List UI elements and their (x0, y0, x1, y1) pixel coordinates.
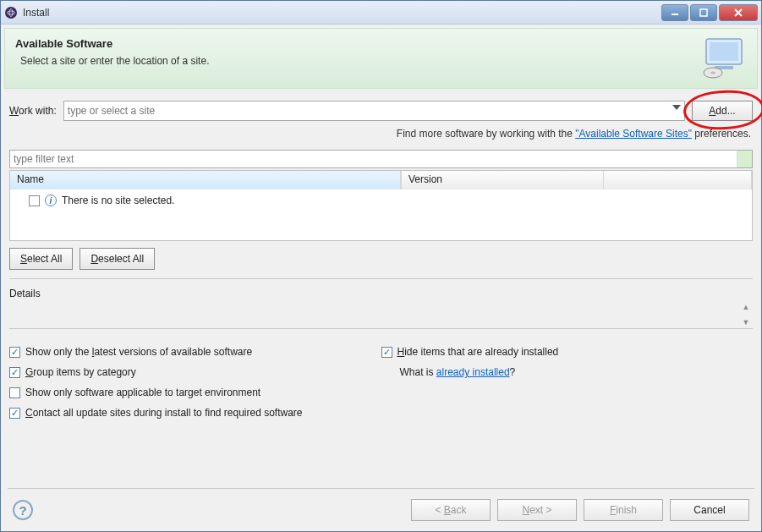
finish-button[interactable]: Finish (584, 499, 663, 521)
checkbox-icon[interactable] (9, 387, 20, 398)
select-all-button[interactable]: Select All (9, 248, 73, 270)
add-button[interactable]: Add... (692, 101, 753, 121)
software-table: Name Version i There is no site selected… (9, 170, 753, 241)
checkbox-icon[interactable] (9, 367, 20, 378)
install-dialog: Install Available Software Select a site… (0, 0, 762, 532)
info-icon: i (45, 195, 57, 206)
filter-endcap (737, 151, 752, 167)
option-hide-installed[interactable]: Hide items that are already installed (381, 346, 754, 358)
table-row: i There is no site selected. (17, 193, 745, 208)
wizard-subtitle: Select a site or enter the location of a… (15, 55, 701, 67)
column-name[interactable]: Name (10, 171, 401, 189)
chevron-down-icon (672, 105, 681, 110)
table-header: Name Version (10, 171, 752, 189)
eclipse-icon (4, 6, 18, 19)
checkbox-icon[interactable] (9, 408, 20, 419)
checkbox-icon[interactable] (9, 347, 20, 358)
option-show-latest[interactable]: Show only the latest versions of availab… (9, 346, 381, 358)
empty-message: There is no site selected. (62, 195, 174, 206)
option-show-applicable[interactable]: Show only software applicable to target … (9, 387, 381, 398)
details-label: Details (9, 288, 753, 299)
checkbox-icon[interactable] (381, 347, 392, 358)
details-spinner[interactable]: ▲▼ (739, 303, 753, 326)
cancel-button[interactable]: Cancel (670, 499, 749, 521)
work-with-placeholder: type or select a site (68, 105, 155, 117)
install-icon (701, 37, 747, 80)
available-software-sites-link[interactable]: "Available Software Sites" (575, 128, 692, 140)
maximize-button[interactable] (690, 4, 717, 21)
window-controls (660, 4, 758, 21)
svg-point-11 (710, 71, 715, 74)
window-title: Install (23, 7, 660, 19)
title-bar: Install (1, 1, 761, 25)
already-installed-link[interactable]: already installed (436, 366, 510, 378)
wizard-header: Available Software Select a site or ente… (4, 28, 758, 89)
column-spacer (604, 171, 752, 189)
wizard-title: Available Software (15, 37, 701, 50)
back-button[interactable]: < Back (411, 499, 491, 521)
work-with-label: Work with: (9, 105, 57, 117)
next-button[interactable]: Next > (497, 499, 577, 521)
svg-rect-8 (710, 42, 738, 61)
row-checkbox[interactable] (29, 195, 40, 206)
svg-rect-4 (700, 9, 707, 16)
minimize-button[interactable] (661, 4, 688, 21)
help-icon[interactable]: ? (13, 500, 33, 520)
button-bar: ? < Back Next > Finish Cancel (8, 488, 754, 531)
option-contact-all-sites[interactable]: Contact all update sites during install … (9, 407, 381, 419)
filter-input[interactable]: type filter text (9, 150, 753, 168)
deselect-all-button[interactable]: Deselect All (79, 248, 155, 270)
separator (9, 278, 753, 279)
column-version[interactable]: Version (401, 171, 604, 189)
option-group-by-category[interactable]: Group items by category (9, 366, 381, 378)
filter-placeholder: type filter text (10, 153, 737, 165)
what-is-installed: What is already installed? (381, 366, 754, 378)
find-more-text: Find more software by working with the "… (9, 128, 751, 140)
close-button[interactable] (719, 4, 758, 21)
details-area: ▲▼ (9, 304, 753, 325)
separator (9, 328, 753, 329)
work-with-combo[interactable]: type or select a site (63, 101, 685, 121)
